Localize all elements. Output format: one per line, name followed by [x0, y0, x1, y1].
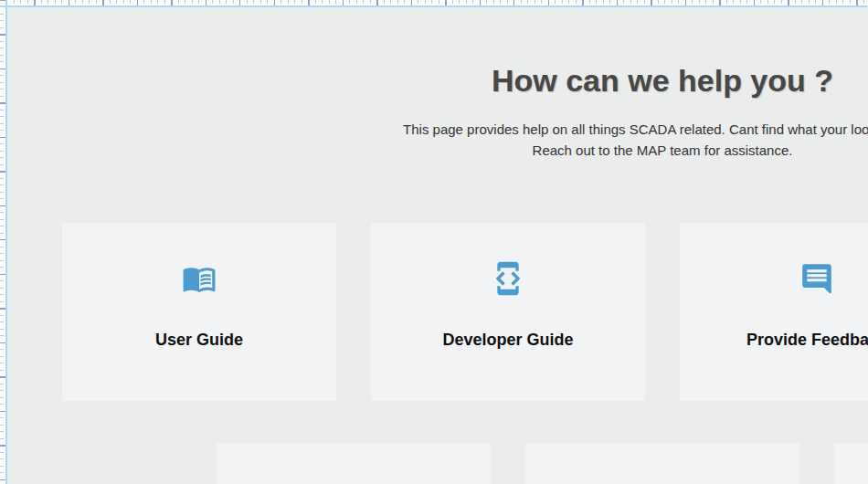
card-user-guide[interactable]: User Guide — [62, 223, 336, 401]
card-partial-1[interactable] — [217, 443, 491, 484]
help-cards-row-1: User Guide Developer Guide — [7, 223, 868, 401]
developer-mode-icon — [490, 261, 526, 296]
card-label-developer-guide: Developer Guide — [442, 330, 573, 350]
card-label-user-guide: User Guide — [155, 330, 243, 350]
page-subtitle: This page provides help on all things SC… — [7, 119, 868, 161]
card-partial-3[interactable] — [834, 443, 868, 484]
card-label-provide-feedback: Provide Feedback — [746, 330, 868, 350]
page-subtitle-line-2: Reach out to the MAP team for assistance… — [7, 140, 868, 161]
horizontal-guide-line — [0, 5, 868, 7]
help-cards-row-2 — [7, 443, 868, 484]
vertical-guide-line — [5, 0, 7, 484]
feedback-bubble-icon — [799, 261, 835, 296]
scada-editor-canvas: How can we help you ? This page provides… — [0, 0, 868, 484]
page-title: How can we help you ? — [7, 61, 868, 100]
card-partial-2[interactable] — [525, 443, 799, 484]
help-page: How can we help you ? This page provides… — [7, 7, 868, 484]
open-book-icon — [180, 261, 218, 296]
page-subtitle-line-1: This page provides help on all things SC… — [7, 119, 868, 140]
card-provide-feedback[interactable]: Provide Feedback — [680, 223, 868, 401]
card-developer-guide[interactable]: Developer Guide — [371, 223, 645, 401]
